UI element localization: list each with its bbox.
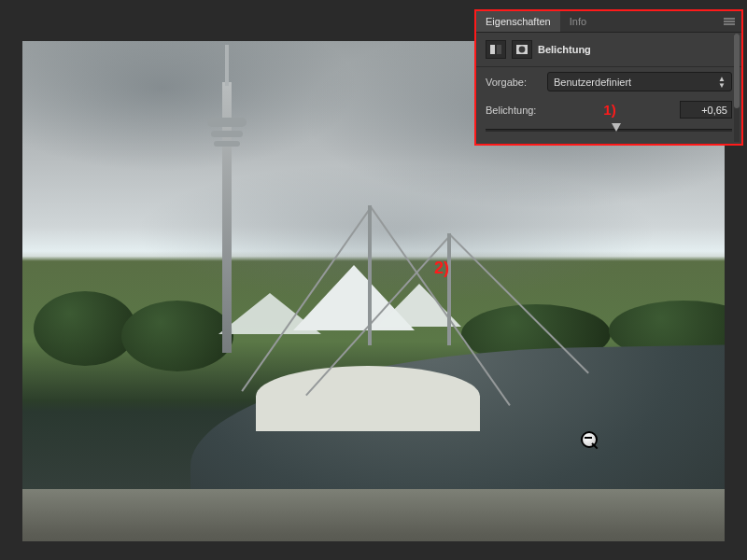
properties-panel: Eigenschaften Info Belichtung Vorgabe: B… (474, 9, 743, 146)
exposure-value-input[interactable] (680, 101, 732, 119)
tab-info[interactable]: Info (560, 11, 596, 32)
pylon (447, 233, 451, 345)
tower (207, 118, 247, 127)
preset-select[interactable]: Benutzerdefiniert ▲▼ (547, 72, 732, 91)
tower (211, 131, 243, 137)
svg-rect-3 (490, 45, 495, 54)
sky-cloud (134, 162, 657, 302)
tower (225, 45, 229, 86)
panel-tabstrip: Eigenschaften Info (476, 11, 741, 33)
svg-point-6 (519, 47, 526, 53)
foreground (22, 489, 725, 541)
adjustment-title: Belichtung (538, 44, 591, 55)
slider-track (486, 129, 732, 132)
preset-label: Vorgabe: (486, 77, 540, 88)
exposure-label: Belichtung: (486, 105, 540, 116)
panel-scrollbar[interactable] (734, 34, 740, 142)
exposure-slider[interactable] (486, 123, 732, 136)
annotation-marker-1: 1) (603, 102, 615, 118)
tower (214, 141, 240, 147)
select-stepper-icon: ▲▼ (718, 76, 726, 89)
adjustment-type-icon[interactable] (486, 40, 506, 59)
tab-eigenschaften[interactable]: Eigenschaften (476, 11, 560, 32)
stage (256, 366, 480, 431)
slider-thumb[interactable] (612, 123, 621, 132)
layer-mask-icon[interactable] (512, 40, 532, 59)
panel-menu-icon[interactable] (723, 17, 736, 26)
preset-select-value: Benutzerdefiniert (554, 77, 631, 88)
tree (34, 291, 136, 366)
svg-rect-4 (497, 45, 501, 54)
pylon (368, 205, 372, 345)
scrollbar-thumb[interactable] (734, 34, 740, 108)
tree (121, 301, 233, 371)
